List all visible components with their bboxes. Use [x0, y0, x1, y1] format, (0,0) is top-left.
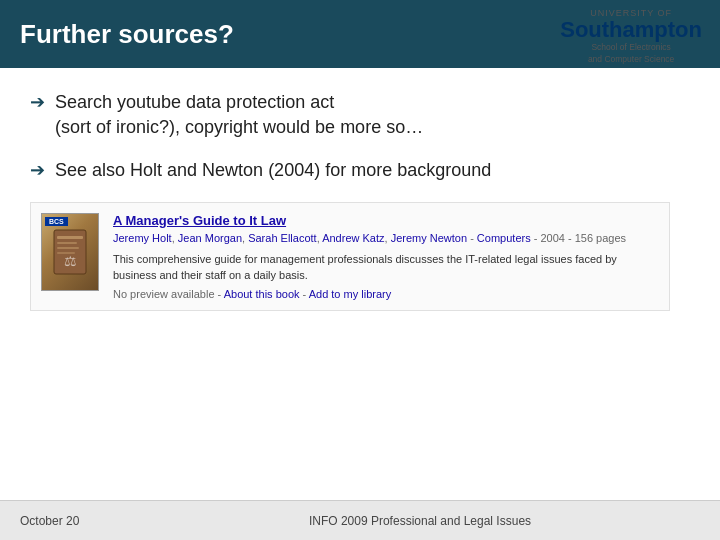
bullet-arrow-2: ➔ — [30, 159, 45, 181]
svg-rect-3 — [57, 247, 79, 249]
bcs-badge: BCS — [45, 217, 68, 226]
bullet-text-1: Search youtube data protection act(sort … — [55, 90, 423, 140]
author-jean-morgan[interactable]: Jean Morgan — [178, 232, 242, 244]
footer: October 20 INFO 2009 Professional and Le… — [0, 500, 720, 540]
university-logo: UNIVERSITY OF Southampton School of Elec… — [560, 8, 702, 66]
author-jeremy-holt[interactable]: Jeremy Holt — [113, 232, 172, 244]
school-name-line1: School of Electronics — [560, 42, 702, 54]
bullet-arrow-1: ➔ — [30, 91, 45, 113]
book-info: A Manager's Guide to It Law Jeremy Holt,… — [113, 213, 659, 300]
svg-rect-1 — [57, 236, 83, 239]
book-authors: Jeremy Holt, Jean Morgan, Sarah Ellacott… — [113, 231, 659, 246]
no-preview-text: No preview available — [113, 288, 215, 300]
svg-rect-2 — [57, 242, 77, 244]
school-name-line2: and Computer Science — [560, 54, 702, 66]
svg-text:⚖: ⚖ — [64, 253, 77, 269]
book-links: No preview available - About this book -… — [113, 288, 659, 300]
book-description: This comprehensive guide for management … — [113, 251, 659, 284]
footer-date: October 20 — [20, 514, 140, 528]
main-content: ➔ Search youtube data protection act(sor… — [0, 68, 720, 321]
author-andrew-katz[interactable]: Andrew Katz — [322, 232, 384, 244]
university-name: Southampton — [560, 18, 702, 42]
book-cover: BCS ⚖ — [41, 213, 99, 291]
footer-course: INFO 2009 Professional and Legal Issues — [140, 514, 700, 528]
author-jeremy-newton[interactable]: Jeremy Newton — [391, 232, 467, 244]
category-computers[interactable]: Computers — [477, 232, 531, 244]
author-sarah-ellacott[interactable]: Sarah Ellacott — [248, 232, 316, 244]
book-icon: ⚖ — [52, 228, 88, 276]
book-card: BCS ⚖ A Manager's Guide to It Law Jeremy… — [30, 202, 670, 311]
bullet-item-1: ➔ Search youtube data protection act(sor… — [30, 90, 690, 140]
bullet-item-2: ➔ See also Holt and Newton (2004) for mo… — [30, 158, 690, 183]
slide-title: Further sources? — [20, 19, 234, 50]
add-to-library-link[interactable]: Add to my library — [309, 288, 392, 300]
about-book-link[interactable]: About this book — [224, 288, 300, 300]
book-title[interactable]: A Manager's Guide to It Law — [113, 213, 659, 228]
bullet-text-2: See also Holt and Newton (2004) for more… — [55, 158, 491, 183]
